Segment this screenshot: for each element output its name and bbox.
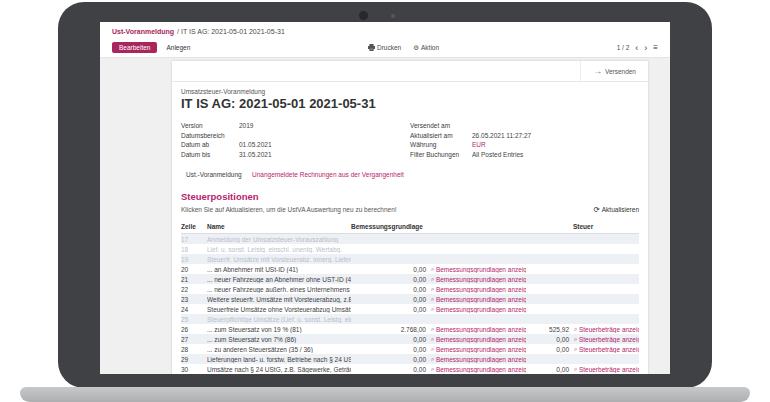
steuerbetraege-anzeigen-link[interactable]: ⌕Steuerbeträge anzeigen — [569, 346, 639, 353]
cell-name: ... an Abnehmer mit USt-ID (41) — [207, 266, 351, 273]
cell-name: ... neuer Fahrzeuge außerh. eines Untern… — [207, 286, 351, 293]
link-label: Bemessungsgrundlagen anzeigen — [436, 286, 526, 293]
form-card: → Versenden Umsatzsteuer-Voranmeldung IT… — [172, 61, 648, 374]
cell-name: Umsätze nach § 24 UStG, z.B. Sägewerke, … — [207, 366, 351, 373]
field-row: Version2019 — [181, 121, 410, 131]
steuerbetraege-anzeigen-link[interactable]: ⌕Steuerbeträge anzeigen — [569, 366, 639, 373]
cell-bemessungsgrundlage: 0,00 — [351, 286, 426, 293]
print-button[interactable]: Drucken — [368, 44, 401, 51]
action-button[interactable]: ⚙ Aktion — [413, 44, 439, 52]
cell-zeile: 27 — [181, 336, 207, 343]
bemessungsgrundlagen-anzeigen-link[interactable]: ⌕Bemessungsgrundlagen anzeigen — [426, 356, 526, 363]
cell-zeile: 28 — [181, 346, 207, 353]
cell-name: ... zum Steuersatz von 7% (86) — [207, 336, 351, 343]
bemessungsgrundlagen-anzeigen-link[interactable]: ⌕Bemessungsgrundlagen anzeigen — [426, 276, 526, 283]
cell-zeile: 26 — [181, 326, 207, 333]
laptop-frame: Ust-Voranmeldung / IT IS AG: 2021-05-01 … — [58, 2, 712, 388]
field-value: 01.05.2021 — [239, 141, 272, 148]
chevron-right-icon[interactable]: › — [644, 45, 647, 51]
field-label: Version — [181, 122, 239, 129]
field-value: 31.05.2021 — [239, 151, 272, 158]
field-row: Datumsbereich — [181, 131, 410, 141]
cell-steuer: 0,00 — [526, 336, 569, 343]
cell-bemessungsgrundlage: 0,00 — [351, 346, 426, 353]
chevron-left-icon[interactable]: ‹ — [635, 45, 638, 51]
link-label: Bemessungsgrundlagen anzeigen — [436, 356, 526, 363]
bemessungsgrundlagen-anzeigen-link[interactable]: ⌕Bemessungsgrundlagen anzeigen — [426, 326, 526, 333]
magnifier-icon: ⌕ — [431, 366, 434, 373]
section-subheader: Klicken Sie auf Aktualisieren, um die Us… — [181, 205, 639, 214]
cell-zeile: 19 — [181, 256, 207, 263]
content-area: → Versenden Umsatzsteuer-Voranmeldung IT… — [100, 58, 670, 374]
field-label: Datum ab — [181, 141, 239, 148]
bemessungsgrundlagen-anzeigen-link[interactable]: ⌕Bemessungsgrundlagen anzeigen — [426, 306, 526, 313]
list-view-icon[interactable]: ≡ — [653, 43, 658, 52]
cell-zeile: 30 — [181, 366, 207, 373]
field-label: Datumsbereich — [181, 132, 239, 139]
steuerbetraege-anzeigen-link[interactable]: ⌕Steuerbeträge anzeigen — [569, 326, 639, 333]
bemessungsgrundlagen-anzeigen-link[interactable]: ⌕Bemessungsgrundlagen anzeigen — [426, 296, 526, 303]
table-row: 21... neuer Fahrzeuge an Abnehmer ohne U… — [181, 274, 639, 284]
unreported-invoices-link[interactable]: Unangemeldete Rechnungen aus der Vergang… — [252, 171, 404, 178]
cell-bemessungsgrundlage: 0,00 — [351, 356, 426, 363]
col-header-bemessungsgrundlage: Bemessungsgrundlage — [351, 223, 526, 230]
cell-bemessungsgrundlage: 2.768,00 — [351, 326, 426, 333]
cell-name: Weitere steuerfr. Umsätze mit Vorsteuera… — [207, 296, 351, 303]
col-header-steuer: Steuer — [569, 223, 639, 230]
field-row: Filter BuchungenAll Posted Entries — [410, 150, 639, 160]
refresh-label: Aktualisieren — [602, 206, 639, 213]
tax-positions-table: Zeile Name Bemessungsgrundlage Steuer 17… — [181, 221, 639, 374]
cell-bemessungsgrundlage: 0,00 — [351, 276, 426, 283]
bemessungsgrundlagen-anzeigen-link[interactable]: ⌕Bemessungsgrundlagen anzeigen — [426, 336, 526, 343]
create-button[interactable]: Anlegen — [166, 44, 190, 51]
steuerbetraege-anzeigen-link[interactable]: ⌕Steuerbeträge anzeigen — [569, 336, 639, 343]
table-row: 23Weitere steuerfr. Umsätze mit Vorsteue… — [181, 294, 639, 304]
table-row: 30Umsätze nach § 24 UStG, z.B. Sägewerke… — [181, 364, 639, 374]
link-label: Bemessungsgrundlagen anzeigen — [436, 346, 526, 353]
breadcrumb-root-link[interactable]: Ust-Voranmeldung — [112, 26, 174, 38]
field-row: Datum ab01.05.2021 — [181, 140, 410, 150]
link-label: Bemessungsgrundlagen anzeigen — [436, 276, 526, 283]
col-header-zeile: Zeile — [181, 223, 207, 230]
table-header: Zeile Name Bemessungsgrundlage Steuer — [181, 221, 639, 234]
gear-icon: ⚙ — [413, 44, 419, 52]
bemessungsgrundlagen-anzeigen-link[interactable]: ⌕Bemessungsgrundlagen anzeigen — [426, 366, 526, 373]
cell-zeile: 24 — [181, 306, 207, 313]
table-row: 25Steuerpflichtige Umsätze (Lief. u. son… — [181, 314, 639, 324]
table-row: 19Steuerfr. Umsätze mit Vorsteuerabz. in… — [181, 254, 639, 264]
table-row: 20... an Abnehmer mit USt-ID (41)0,00⌕Be… — [181, 264, 639, 274]
send-arrow-icon: → — [593, 66, 602, 76]
field-value-link[interactable]: EUR — [472, 141, 486, 148]
cell-bemessungsgrundlage: 0,00 — [351, 296, 426, 303]
cell-name: Steuerfr. Umsätze mit Vorsteuerabz. inne… — [207, 256, 351, 263]
magnifier-icon: ⌕ — [431, 346, 434, 353]
table-row: 26... zum Steuersatz von 19 % (81)2.768,… — [181, 324, 639, 334]
cell-name: Lief. u. sonst. Leistg. einschl. unentg.… — [207, 246, 351, 253]
magnifier-icon: ⌕ — [431, 356, 434, 363]
page-title: IT IS AG: 2021-05-01 2021-05-31 — [181, 96, 639, 111]
print-label: Drucken — [377, 44, 401, 51]
cell-zeile: 29 — [181, 356, 207, 363]
send-label: Versenden — [605, 68, 636, 75]
magnifier-icon: ⌕ — [431, 296, 434, 303]
send-button[interactable]: → Versenden — [580, 61, 648, 81]
link-label: Bemessungsgrundlagen anzeigen — [436, 366, 526, 373]
bemessungsgrundlagen-anzeigen-link[interactable]: ⌕Bemessungsgrundlagen anzeigen — [426, 286, 526, 293]
bemessungsgrundlagen-anzeigen-link[interactable]: ⌕Bemessungsgrundlagen anzeigen — [426, 346, 526, 353]
link-label: Steuerbeträge anzeigen — [579, 336, 639, 343]
form-statusbar: → Versenden — [172, 61, 648, 82]
link-label: Bemessungsgrundlagen anzeigen — [436, 326, 526, 333]
fields-right: Versendet amAktualisiert am26.05.2021 11… — [410, 121, 639, 159]
link-label: Bemessungsgrundlagen anzeigen — [436, 266, 526, 273]
cell-name: ... neuer Fahrzeuge an Abnehmer ohne UST… — [207, 276, 351, 283]
refresh-button[interactable]: ⟳ Aktualisieren — [593, 205, 639, 214]
field-row: Versendet am — [410, 121, 639, 131]
field-row: Aktualisiert am26.05.2021 11:27:27 — [410, 131, 639, 141]
bemessungsgrundlagen-anzeigen-link[interactable]: ⌕Bemessungsgrundlagen anzeigen — [426, 266, 526, 273]
edit-button[interactable]: Bearbeiten — [112, 42, 157, 54]
magnifier-icon: ⌕ — [574, 326, 577, 333]
magnifier-icon: ⌕ — [431, 276, 434, 283]
cell-steuer: 0,00 — [526, 346, 569, 353]
table-rows: 17Anmeldung der Umsatzsteuer-Vorauszahlu… — [181, 234, 639, 374]
col-spacer — [526, 223, 569, 230]
